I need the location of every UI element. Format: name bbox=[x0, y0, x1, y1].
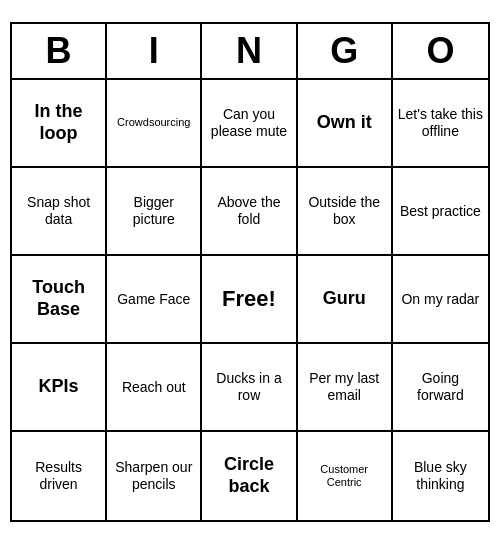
header-letter: O bbox=[393, 24, 488, 78]
bingo-cell[interactable]: In the loop bbox=[12, 80, 107, 168]
bingo-cell[interactable]: Circle back bbox=[202, 432, 297, 520]
bingo-cell[interactable]: Best practice bbox=[393, 168, 488, 256]
bingo-cell[interactable]: Outside the box bbox=[298, 168, 393, 256]
bingo-cell[interactable]: KPIs bbox=[12, 344, 107, 432]
bingo-cell[interactable]: Snap shot data bbox=[12, 168, 107, 256]
bingo-cell[interactable]: Going forward bbox=[393, 344, 488, 432]
bingo-cell[interactable]: Bigger picture bbox=[107, 168, 202, 256]
bingo-cell[interactable]: Blue sky thinking bbox=[393, 432, 488, 520]
header-letter: B bbox=[12, 24, 107, 78]
bingo-cell[interactable]: Sharpen our pencils bbox=[107, 432, 202, 520]
bingo-cell[interactable]: Touch Base bbox=[12, 256, 107, 344]
header-letter: I bbox=[107, 24, 202, 78]
bingo-cell[interactable]: Reach out bbox=[107, 344, 202, 432]
bingo-cell[interactable]: Crowdsourcing bbox=[107, 80, 202, 168]
bingo-cell[interactable]: Guru bbox=[298, 256, 393, 344]
bingo-cell[interactable]: On my radar bbox=[393, 256, 488, 344]
bingo-cell[interactable]: Let's take this offline bbox=[393, 80, 488, 168]
bingo-cell[interactable]: Customer Centric bbox=[298, 432, 393, 520]
bingo-cell[interactable]: Can you please mute bbox=[202, 80, 297, 168]
bingo-cell[interactable]: Game Face bbox=[107, 256, 202, 344]
bingo-card: BINGO In the loopCrowdsourcingCan you pl… bbox=[10, 22, 490, 522]
header-letter: N bbox=[202, 24, 297, 78]
bingo-grid: In the loopCrowdsourcingCan you please m… bbox=[12, 80, 488, 520]
header-letter: G bbox=[298, 24, 393, 78]
bingo-cell[interactable]: Free! bbox=[202, 256, 297, 344]
bingo-cell[interactable]: Ducks in a row bbox=[202, 344, 297, 432]
bingo-cell[interactable]: Own it bbox=[298, 80, 393, 168]
bingo-cell[interactable]: Above the fold bbox=[202, 168, 297, 256]
bingo-header: BINGO bbox=[12, 24, 488, 80]
bingo-cell[interactable]: Per my last email bbox=[298, 344, 393, 432]
bingo-cell[interactable]: Results driven bbox=[12, 432, 107, 520]
